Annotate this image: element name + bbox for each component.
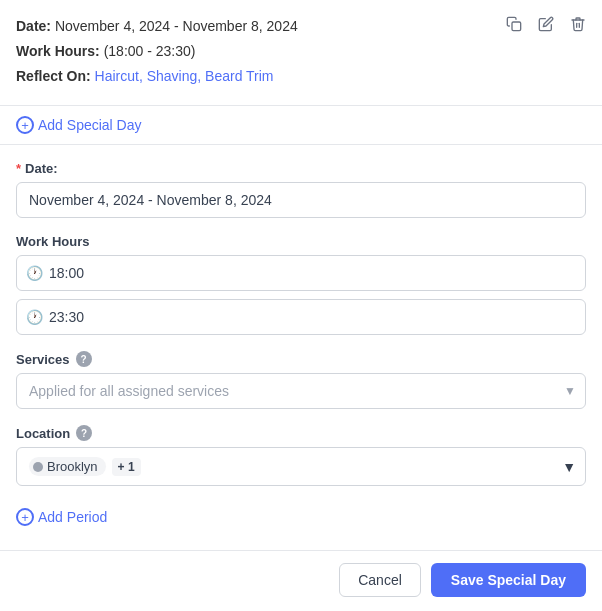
edit-button[interactable] — [534, 14, 558, 34]
top-card: Date: November 4, 2024 - November 8, 202… — [0, 0, 602, 106]
cancel-button[interactable]: Cancel — [339, 563, 421, 597]
date-value: November 4, 2024 - November 8, 2024 — [55, 18, 298, 34]
svg-rect-0 — [512, 22, 521, 31]
start-time-wrapper: 🕐 — [16, 255, 586, 291]
footer-bar: Cancel Save Special Day — [0, 550, 602, 609]
location-dot-icon — [33, 462, 43, 472]
add-period-section: + Add Period — [0, 502, 602, 542]
top-date-line: Date: November 4, 2024 - November 8, 202… — [16, 16, 586, 37]
location-select[interactable]: Brooklyn + 1 ▼ — [16, 447, 586, 486]
add-period-plus-icon: + — [16, 508, 34, 526]
top-card-actions — [502, 14, 590, 34]
required-star: * — [16, 161, 21, 176]
end-time-input[interactable] — [16, 299, 586, 335]
services-select-wrapper: Applied for all assigned services ▼ — [16, 373, 586, 409]
location-plus-count: + 1 — [112, 458, 141, 476]
services-select[interactable]: Applied for all assigned services ▼ — [16, 373, 586, 409]
services-help-icon[interactable]: ? — [76, 351, 92, 367]
end-clock-icon: 🕐 — [26, 309, 43, 325]
services-label: Services ? — [16, 351, 586, 367]
start-time-input[interactable] — [16, 255, 586, 291]
top-reflect-line: Reflect On: Haircut, Shaving, Beard Trim — [16, 66, 586, 87]
date-label: Date: — [16, 18, 51, 34]
location-chevron-icon: ▼ — [562, 459, 576, 475]
add-special-day-bar: + Add Special Day — [0, 106, 602, 145]
services-placeholder: Applied for all assigned services — [29, 383, 229, 399]
plus-circle-icon: + — [16, 116, 34, 134]
top-workhours-line: Work Hours: (18:00 - 23:30) — [16, 41, 586, 62]
add-period-label: Add Period — [38, 509, 107, 525]
workhours-value: (18:00 - 23:30) — [104, 43, 196, 59]
location-form-group: Location ? Brooklyn + 1 ▼ — [16, 425, 586, 486]
delete-button[interactable] — [566, 14, 590, 34]
reflect-label: Reflect On: — [16, 68, 91, 84]
location-help-icon[interactable]: ? — [76, 425, 92, 441]
location-label: Location ? — [16, 425, 586, 441]
work-hours-form-group: Work Hours 🕐 🕐 — [16, 234, 586, 335]
add-special-day-label: Add Special Day — [38, 117, 142, 133]
location-tag: Brooklyn — [29, 457, 106, 476]
save-special-day-button[interactable]: Save Special Day — [431, 563, 586, 597]
start-clock-icon: 🕐 — [26, 265, 43, 281]
location-tag-label: Brooklyn — [47, 459, 98, 474]
reflect-services-link[interactable]: Haircut, Shaving, Beard Trim — [95, 68, 274, 84]
date-field-label: * Date: — [16, 161, 586, 176]
date-form-group: * Date: — [16, 161, 586, 218]
date-input[interactable] — [16, 182, 586, 218]
form-section: * Date: Work Hours 🕐 🕐 Services ? Applie… — [0, 145, 602, 486]
copy-button[interactable] — [502, 14, 526, 34]
services-chevron-icon: ▼ — [564, 384, 576, 398]
location-select-wrapper: Brooklyn + 1 ▼ — [16, 447, 586, 486]
end-time-wrapper: 🕐 — [16, 299, 586, 335]
work-hours-label: Work Hours — [16, 234, 586, 249]
services-form-group: Services ? Applied for all assigned serv… — [16, 351, 586, 409]
add-special-day-button[interactable]: + Add Special Day — [16, 116, 142, 134]
add-period-button[interactable]: + Add Period — [16, 508, 107, 526]
workhours-label: Work Hours: — [16, 43, 100, 59]
